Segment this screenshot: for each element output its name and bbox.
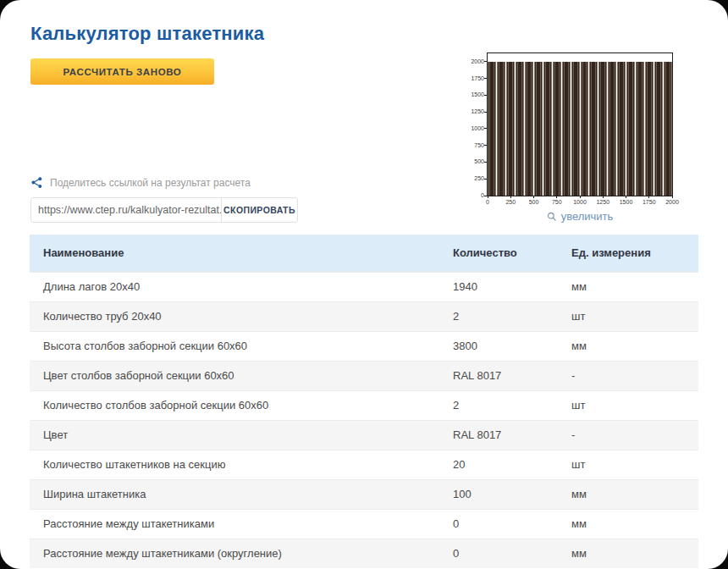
- x-tick-mark: [672, 196, 673, 198]
- results-table-body: Длина лагов 20х401940ммКоличество труб 2…: [30, 272, 698, 568]
- row-quantity: RAL 8017: [453, 420, 571, 450]
- y-tick-mark: [484, 145, 487, 146]
- x-tick-mark: [626, 196, 626, 198]
- picket-bar: [516, 62, 524, 196]
- share-row: Поделитесь ссылкой на результат расчета: [30, 176, 251, 189]
- y-tick-label: 1750: [462, 75, 484, 82]
- x-tick-label: 0: [486, 199, 489, 206]
- x-tick-mark: [556, 196, 557, 198]
- column-header-unit: Ед. измерения: [571, 235, 698, 272]
- x-tick-label: 750: [552, 199, 562, 206]
- row-name: Высота столбов заборной секции 60х60: [30, 331, 453, 361]
- chart-bars: [488, 53, 672, 196]
- table-row: ЦветRAL 8017-: [30, 420, 698, 450]
- y-tick-label: 1000: [462, 125, 484, 132]
- row-name: Ширина штакетника: [30, 479, 453, 509]
- row-quantity: 20: [453, 450, 571, 479]
- chart-zoom-label: увеличить: [561, 210, 614, 223]
- x-tick-label: 1250: [596, 199, 609, 206]
- table-row: Ширина штакетника100мм: [30, 479, 698, 509]
- table-row: Количество столбов заборной секции 60х60…: [30, 390, 698, 420]
- x-tick-mark: [603, 196, 604, 198]
- picket-bar: [553, 62, 561, 196]
- page-title: Калькулятор штакетника: [30, 23, 264, 45]
- row-quantity: 2: [453, 390, 571, 420]
- row-quantity: 100: [453, 479, 571, 509]
- x-tick-label: 2000: [665, 199, 679, 206]
- picket-bar: [497, 62, 505, 196]
- x-tick-label: 250: [505, 199, 516, 206]
- picket-bar: [488, 62, 496, 196]
- x-tick-mark: [580, 196, 581, 198]
- picket-bar: [571, 62, 580, 196]
- row-unit: шт: [571, 450, 698, 479]
- picket-bar: [626, 62, 635, 196]
- picket-bar: [589, 62, 598, 196]
- row-quantity: 0: [453, 539, 571, 568]
- row-name: Количество штакетников на секцию: [30, 450, 453, 479]
- row-name: Количество столбов заборной секции 60х60: [30, 390, 453, 420]
- picket-bar: [543, 62, 552, 196]
- y-tick-label: 1500: [462, 91, 484, 98]
- share-caption: Поделитесь ссылкой на результат расчета: [50, 177, 251, 189]
- magnifier-icon: [547, 212, 557, 222]
- row-name: Количество труб 20х40: [30, 301, 453, 331]
- row-name: Расстояние между штакетниками (округлени…: [30, 539, 453, 568]
- row-quantity: 0: [453, 509, 571, 539]
- share-url-box: https://www.ctep.ru/kalkulyator-rezultat…: [30, 197, 298, 223]
- row-name: Расстояние между штакетниками: [30, 509, 453, 539]
- share-url-input[interactable]: https://www.ctep.ru/kalkulyator-rezultat…: [31, 204, 221, 216]
- row-name: Цвет: [30, 420, 453, 450]
- row-name: Цвет столбов заборной секции 60х60: [30, 361, 453, 390]
- picket-bar: [534, 62, 543, 196]
- picket-bar: [581, 62, 589, 196]
- table-row: Количество труб 20х402шт: [30, 301, 698, 331]
- x-tick-mark: [510, 196, 511, 198]
- recalculate-button[interactable]: РАССЧИТАТЬ ЗАНОВО: [30, 58, 214, 85]
- picket-bar: [506, 62, 515, 196]
- column-header-quantity: Количество: [453, 235, 571, 272]
- y-tick-label: 1250: [462, 108, 484, 115]
- y-tick-mark: [484, 162, 487, 163]
- picket-bar: [562, 62, 571, 196]
- table-row: Расстояние между штакетниками (округлени…: [30, 539, 698, 568]
- chart-zoom-link[interactable]: увеличить: [487, 210, 673, 223]
- y-tick-mark: [484, 78, 487, 79]
- row-unit: мм: [571, 272, 698, 301]
- column-header-name: Наименование: [30, 235, 453, 272]
- table-row: Количество штакетников на секцию20шт: [30, 450, 698, 479]
- row-unit: мм: [571, 331, 698, 361]
- row-name: Длина лагов 20х40: [30, 272, 453, 301]
- row-quantity: 3800: [453, 331, 571, 361]
- row-unit: -: [571, 420, 698, 450]
- table-row: Цвет столбов заборной секции 60х60RAL 80…: [30, 361, 698, 390]
- row-unit: шт: [571, 390, 698, 420]
- table-header-row: Наименование Количество Ед. измерения: [30, 235, 698, 272]
- x-tick-label: 1750: [643, 199, 656, 206]
- picket-bar: [636, 62, 644, 196]
- picket-bar: [664, 62, 672, 196]
- picket-bar: [654, 62, 663, 196]
- y-tick-mark: [484, 95, 487, 96]
- y-tick-label: 500: [462, 158, 484, 165]
- y-tick-label: 0: [462, 192, 484, 199]
- y-tick-mark: [484, 112, 487, 113]
- copy-button[interactable]: СКОПИРОВАТЬ: [222, 198, 297, 222]
- row-unit: шт: [571, 301, 698, 331]
- picket-bar: [617, 62, 626, 196]
- table-row: Высота столбов заборной секции 60х603800…: [30, 331, 698, 361]
- row-quantity: 1940: [453, 272, 571, 301]
- table-row: Расстояние между штакетниками0мм: [30, 509, 698, 539]
- x-tick-mark: [648, 196, 649, 198]
- picket-bar: [645, 62, 654, 196]
- share-icon: [30, 176, 43, 189]
- row-unit: мм: [571, 479, 698, 509]
- y-tick-mark: [484, 61, 487, 62]
- y-tick-mark: [484, 128, 487, 129]
- x-tick-label: 500: [529, 199, 539, 206]
- x-tick-label: 1000: [573, 199, 587, 206]
- chart-plot: 0250500750100012501500175020000250500750…: [487, 52, 673, 196]
- picket-bar: [608, 62, 616, 196]
- row-quantity: RAL 8017: [453, 361, 571, 390]
- y-tick-mark: [484, 179, 487, 180]
